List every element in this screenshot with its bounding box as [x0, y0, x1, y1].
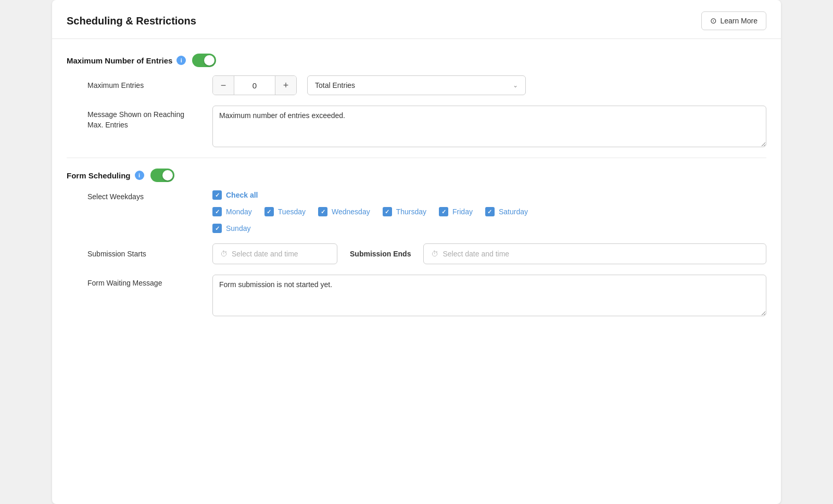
- max-entries-subsection: Maximum Entries − + Total Entries ⌄: [67, 75, 766, 147]
- sunday-checkbox[interactable]: ✓: [212, 224, 222, 233]
- max-entries-label: Maximum Number of Entries i: [67, 56, 186, 65]
- form-waiting-message-row: Form Waiting Message: [87, 275, 766, 316]
- day-saturday[interactable]: ✓ Saturday: [485, 207, 528, 216]
- saturday-checkbox[interactable]: ✓: [485, 207, 495, 216]
- submission-ends-placeholder: Select date and time: [443, 250, 509, 258]
- max-entries-toggle[interactable]: [192, 54, 216, 67]
- page-title: Scheduling & Restrictions: [67, 15, 196, 27]
- check-all-row: ✓ Check all: [212, 190, 528, 200]
- entries-type-dropdown[interactable]: Total Entries ⌄: [307, 75, 526, 95]
- weekdays-section: Select Weekdays ✓ Check all ✓: [87, 190, 766, 233]
- weekdays-label: Select Weekdays: [87, 190, 212, 201]
- form-waiting-message-textarea[interactable]: [212, 275, 766, 316]
- check-all-checkmark: ✓: [215, 192, 220, 198]
- form-waiting-message-label: Form Waiting Message: [87, 275, 212, 287]
- entries-type-label: Total Entries: [315, 81, 355, 89]
- weekdays-content: ✓ Check all ✓ Monday: [212, 190, 528, 233]
- clock-start-icon: ⏱: [220, 250, 228, 258]
- friday-checkbox[interactable]: ✓: [439, 207, 448, 216]
- form-scheduling-section-header: Form Scheduling i: [67, 169, 766, 182]
- submission-times-row: Submission Starts ⏱ Select date and time…: [87, 243, 766, 264]
- wednesday-checkbox[interactable]: ✓: [318, 207, 327, 216]
- day-thursday[interactable]: ✓ Thursday: [383, 207, 426, 216]
- thursday-checkbox[interactable]: ✓: [383, 207, 392, 216]
- day-sunday[interactable]: ✓ Sunday: [212, 224, 250, 233]
- wednesday-label: Wednesday: [332, 208, 370, 216]
- page-content: Maximum Number of Entries i Maximum Entr…: [52, 39, 781, 341]
- chevron-down-icon: ⌄: [513, 82, 518, 89]
- entries-stepper: − +: [212, 75, 297, 95]
- day-tuesday[interactable]: ✓ Tuesday: [264, 207, 306, 216]
- friday-label: Friday: [452, 208, 473, 216]
- saturday-label: Saturday: [499, 208, 528, 216]
- form-scheduling-subsection: Select Weekdays ✓ Check all ✓: [67, 190, 766, 316]
- submission-ends-input[interactable]: ⏱ Select date and time: [423, 243, 766, 264]
- maximum-entries-row: Maximum Entries − + Total Entries ⌄: [87, 75, 766, 95]
- thursday-label: Thursday: [396, 208, 426, 216]
- learn-more-icon: ⊙: [710, 16, 717, 25]
- learn-more-label: Learn More: [720, 17, 758, 25]
- entries-value-input[interactable]: [234, 76, 275, 95]
- form-scheduling-toggle-thumb: [162, 170, 173, 180]
- monday-checkbox[interactable]: ✓: [212, 207, 222, 216]
- submission-starts-label: Submission Starts: [87, 250, 212, 258]
- decrement-button[interactable]: −: [213, 76, 234, 95]
- tuesday-label: Tuesday: [278, 208, 306, 216]
- max-entries-message-row: Message Shown on Reaching Max. Entries: [87, 106, 766, 147]
- max-entries-message-label: Message Shown on Reaching Max. Entries: [87, 106, 212, 130]
- section-divider-1: [67, 158, 766, 158]
- max-entries-message-textarea[interactable]: [212, 106, 766, 147]
- page-container: Scheduling & Restrictions ⊙ Learn More M…: [52, 0, 781, 504]
- page-header: Scheduling & Restrictions ⊙ Learn More: [52, 0, 781, 39]
- clock-end-icon: ⏱: [431, 250, 438, 258]
- submission-starts-placeholder: Select date and time: [232, 250, 298, 258]
- weekdays-row-1: ✓ Monday ✓ Tuesday ✓: [212, 207, 528, 216]
- tuesday-checkbox[interactable]: ✓: [264, 207, 274, 216]
- learn-more-button[interactable]: ⊙ Learn More: [701, 11, 766, 30]
- day-monday[interactable]: ✓ Monday: [212, 207, 252, 216]
- form-scheduling-toggle[interactable]: [150, 169, 174, 182]
- max-entries-toggle-track: [192, 54, 216, 67]
- form-scheduling-info-icon[interactable]: i: [135, 171, 144, 180]
- maximum-entries-label: Maximum Entries: [87, 81, 212, 89]
- check-all-label[interactable]: Check all: [226, 191, 258, 199]
- check-all-checkbox[interactable]: ✓: [212, 190, 222, 200]
- form-scheduling-label: Form Scheduling i: [67, 171, 144, 180]
- max-entries-section-header: Maximum Number of Entries i: [67, 54, 766, 67]
- submission-ends-label: Submission Ends: [337, 250, 423, 258]
- day-wednesday[interactable]: ✓ Wednesday: [318, 207, 370, 216]
- submission-starts-input[interactable]: ⏱ Select date and time: [212, 243, 337, 264]
- increment-button[interactable]: +: [275, 76, 296, 95]
- weekdays-row-2: ✓ Sunday: [212, 224, 528, 233]
- form-scheduling-toggle-track: [150, 169, 174, 182]
- day-friday[interactable]: ✓ Friday: [439, 207, 473, 216]
- max-entries-info-icon[interactable]: i: [176, 56, 186, 65]
- sunday-label: Sunday: [226, 224, 250, 232]
- max-entries-toggle-thumb: [204, 55, 214, 66]
- monday-label: Monday: [226, 208, 252, 216]
